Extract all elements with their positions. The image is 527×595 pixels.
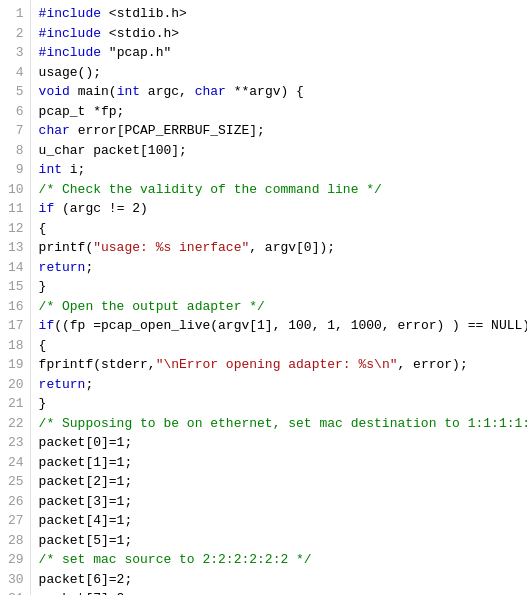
code-content[interactable]: #include <stdlib.h>#include <stdio.h>#in…	[31, 0, 527, 595]
code-token: #include	[39, 45, 101, 60]
code-line: u_char packet[100];	[39, 141, 519, 161]
code-token: <stdio.h>	[101, 26, 179, 41]
line-number: 16	[8, 297, 24, 317]
code-token: packet[2]=1;	[39, 474, 133, 489]
code-line: packet[4]=1;	[39, 511, 519, 531]
line-numbers: 1234567891011121314151617181920212223242…	[0, 0, 31, 595]
line-number: 30	[8, 570, 24, 590]
line-number: 6	[8, 102, 24, 122]
code-line: char error[PCAP_ERRBUF_SIZE];	[39, 121, 519, 141]
line-number: 9	[8, 160, 24, 180]
code-line: /* set mac source to 2:2:2:2:2:2 */	[39, 550, 519, 570]
line-number: 24	[8, 453, 24, 473]
code-token: if	[39, 201, 55, 216]
code-token: }	[39, 396, 47, 411]
line-number: 1	[8, 4, 24, 24]
line-number: 8	[8, 141, 24, 161]
line-number: 18	[8, 336, 24, 356]
code-token: "usage: %s inerface"	[93, 240, 249, 255]
code-token: packet[0]=1;	[39, 435, 133, 450]
line-number: 12	[8, 219, 24, 239]
code-line: /* Open the output adapter */	[39, 297, 519, 317]
line-number: 5	[8, 82, 24, 102]
code-line: }	[39, 394, 519, 414]
code-line: #include "pcap.h"	[39, 43, 519, 63]
code-token: printf(	[39, 240, 94, 255]
code-token: main(	[70, 84, 117, 99]
code-token: }	[39, 279, 47, 294]
code-token: return	[39, 260, 86, 275]
code-token: ;	[85, 260, 93, 275]
code-token: ;	[85, 377, 93, 392]
code-line: return;	[39, 258, 519, 278]
code-token: usage();	[39, 65, 101, 80]
code-token: u_char packet[100];	[39, 143, 187, 158]
line-number: 21	[8, 394, 24, 414]
line-number: 28	[8, 531, 24, 551]
code-line: packet[6]=2;	[39, 570, 519, 590]
code-token: , error);	[397, 357, 467, 372]
code-line: #include <stdio.h>	[39, 24, 519, 44]
code-token: "pcap.h"	[101, 45, 171, 60]
line-number: 19	[8, 355, 24, 375]
code-line: /* Check the validity of the command lin…	[39, 180, 519, 200]
code-line: pcap_t *fp;	[39, 102, 519, 122]
code-token: {	[39, 221, 47, 236]
code-line: fprintf(stderr,"\nError opening adapter:…	[39, 355, 519, 375]
line-number: 22	[8, 414, 24, 434]
code-token: #include	[39, 6, 101, 21]
code-token: if	[39, 318, 55, 333]
code-line: {	[39, 336, 519, 356]
code-token: ((fp =pcap_open_live(argv[1], 100, 1, 10…	[54, 318, 527, 333]
line-number: 7	[8, 121, 24, 141]
code-token: /* set mac source to 2:2:2:2:2:2 */	[39, 552, 312, 567]
code-line: return;	[39, 375, 519, 395]
code-token: packet[6]=2;	[39, 572, 133, 587]
code-line: packet[1]=1;	[39, 453, 519, 473]
code-line: packet[5]=1;	[39, 531, 519, 551]
code-line: int i;	[39, 160, 519, 180]
code-token: (argc != 2)	[54, 201, 148, 216]
code-line: if((fp =pcap_open_live(argv[1], 100, 1, …	[39, 316, 519, 336]
code-token: , argv[0]);	[249, 240, 335, 255]
code-token: i;	[62, 162, 85, 177]
code-token: packet[1]=1;	[39, 455, 133, 470]
line-number: 25	[8, 472, 24, 492]
line-number: 17	[8, 316, 24, 336]
line-number: 14	[8, 258, 24, 278]
line-number: 10	[8, 180, 24, 200]
line-number: 27	[8, 511, 24, 531]
code-token: **argv) {	[226, 84, 304, 99]
code-token: #include	[39, 26, 101, 41]
code-token: <stdlib.h>	[101, 6, 187, 21]
line-number: 3	[8, 43, 24, 63]
code-line: }	[39, 277, 519, 297]
code-line: {	[39, 219, 519, 239]
code-token: void	[39, 84, 70, 99]
code-line: if (argc != 2)	[39, 199, 519, 219]
line-number: 13	[8, 238, 24, 258]
code-token: packet[3]=1;	[39, 494, 133, 509]
code-token: /* Supposing to be on ethernet, set mac …	[39, 416, 527, 431]
code-token: /* Open the output adapter */	[39, 299, 265, 314]
line-number: 23	[8, 433, 24, 453]
code-line: #include <stdlib.h>	[39, 4, 519, 24]
line-number: 31	[8, 589, 24, 595]
code-line: void main(int argc, char **argv) {	[39, 82, 519, 102]
line-number: 20	[8, 375, 24, 395]
line-number: 2	[8, 24, 24, 44]
code-token: {	[39, 338, 47, 353]
code-line: packet[2]=1;	[39, 472, 519, 492]
code-line: packet[0]=1;	[39, 433, 519, 453]
code-token: int	[39, 162, 62, 177]
code-token: packet[4]=1;	[39, 513, 133, 528]
code-token: "\nError opening adapter: %s\n"	[156, 357, 398, 372]
code-line: printf("usage: %s inerface", argv[0]);	[39, 238, 519, 258]
line-number: 11	[8, 199, 24, 219]
line-number: 26	[8, 492, 24, 512]
code-token: char	[195, 84, 226, 99]
line-number: 29	[8, 550, 24, 570]
code-token: packet[7]=2;	[39, 591, 133, 595]
line-number: 15	[8, 277, 24, 297]
code-line: packet[3]=1;	[39, 492, 519, 512]
